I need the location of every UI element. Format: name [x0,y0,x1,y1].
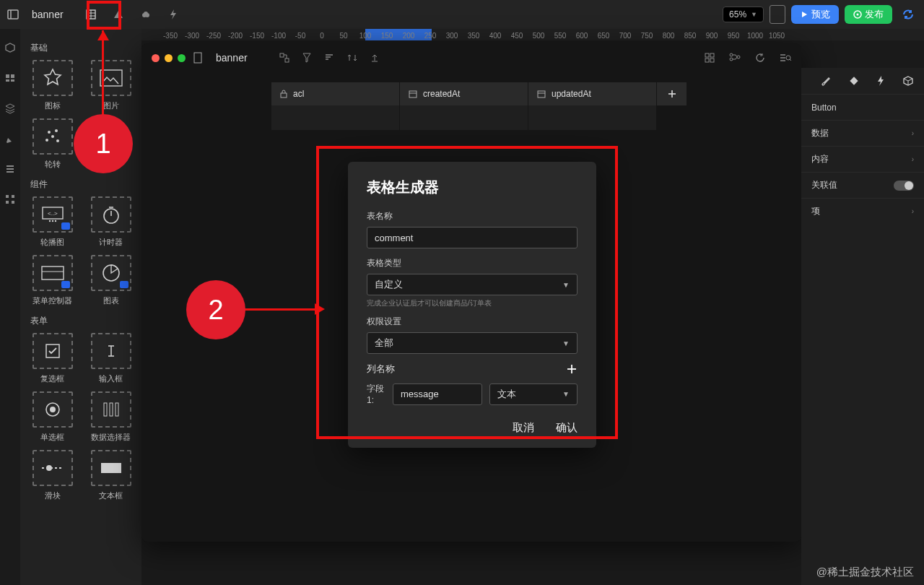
permission-select[interactable]: 全部▼ [367,332,578,354]
sort2-icon[interactable] [347,53,357,63]
card-timer[interactable]: 计时器 [86,196,136,248]
watermark: @稀土掘金技术社区 [816,566,914,579]
perm-label: 权限设置 [367,316,578,328]
svg-point-49 [46,465,52,471]
search-list-icon[interactable] [780,53,791,63]
card-rotation[interactable]: 轮转 [27,118,77,170]
diamond-icon[interactable] [849,76,859,86]
cloud-icon[interactable] [139,7,153,22]
insp-relation[interactable]: 关联值 [801,172,924,198]
box-icon[interactable] [902,75,914,87]
card-icon[interactable]: 图标 [27,60,77,111]
refresh-icon[interactable] [755,53,765,63]
type-label: 表格类型 [367,257,578,269]
section-basic: 基础 [30,42,136,54]
ruler: -350-300-250-200-150-100-500501001502002… [141,29,924,40]
svg-point-32 [54,220,56,222]
col-acl[interactable]: acl [271,82,400,105]
insp-item[interactable]: 项› [801,198,924,224]
svg-point-31 [51,220,53,222]
rail-stack-icon[interactable] [4,103,16,114]
confirm-button[interactable]: 确认 [556,421,578,435]
svg-rect-54 [280,53,284,57]
bolt-icon[interactable] [166,7,180,22]
upload-icon[interactable] [370,53,379,63]
svg-line-70 [790,59,791,61]
svg-rect-59 [705,53,709,57]
add-column-icon[interactable] [566,363,578,375]
sync-icon[interactable] [898,4,918,25]
rail-cube-icon[interactable] [4,42,16,53]
svg-point-23 [48,131,51,134]
window-controls[interactable] [152,54,186,62]
svg-rect-50 [101,463,121,473]
components-sidebar: 基础 图标 图片 轮转 组件 <..> 轮播图 计时器 菜单控制器 [20,29,141,585]
brush-icon[interactable] [820,75,832,87]
card-input[interactable]: 输入框 [86,333,136,384]
card-carousel[interactable]: <..> 轮播图 [27,196,77,248]
grid-view-icon[interactable] [705,53,715,63]
annotation-2: 2 [186,280,245,339]
svg-point-25 [45,139,48,142]
data-columns: acl createdAt updatedAt [271,82,787,162]
card-textbox[interactable]: 文本框 [86,450,136,501]
insp-content[interactable]: 内容› [801,146,924,172]
sidebar-toggle-icon[interactable] [6,7,20,22]
annotation-arrow-1 [102,30,104,116]
cancel-button[interactable]: 取消 [513,421,534,435]
page-name: banner [32,9,64,20]
toolbar-icons [84,7,180,22]
zoom-select[interactable]: 65% ▼ [723,6,764,22]
card-chart[interactable]: 图表 [86,255,136,306]
field-type-select[interactable]: 文本▼ [489,384,578,405]
device-frame-icon[interactable] [770,5,785,24]
filter-icon[interactable] [302,53,311,63]
svg-rect-53 [194,53,201,63]
svg-point-65 [737,56,740,58]
publish-button[interactable]: 发布 [845,5,892,24]
card-image[interactable]: 图片 [86,60,136,111]
card-data-selector[interactable]: 数据选择器 [86,391,136,443]
preview-button[interactable]: 预览 [791,5,839,24]
card-radio[interactable]: 单选框 [27,391,77,443]
data-table-icon[interactable] [84,7,98,22]
field-name-input[interactable]: message [393,384,482,405]
annotation-1: 1 [74,114,133,173]
svg-rect-47 [116,403,118,416]
cell[interactable] [400,105,528,130]
svg-rect-13 [6,79,9,82]
rail-pen-icon[interactable] [4,133,16,144]
rail-grid-icon[interactable] [4,194,16,205]
svg-point-8 [144,12,148,16]
insp-data[interactable]: 数据› [801,120,924,146]
col-add[interactable] [657,82,687,105]
relations-icon[interactable] [729,53,741,63]
table-name-input[interactable]: comment [367,227,578,248]
main-area: -350-300-250-200-150-100-500501001502002… [141,29,924,585]
inspector-panel: Button 数据› 内容› 关联值 项› [801,68,924,585]
bolt-small-icon[interactable] [876,75,885,87]
cell[interactable] [271,105,400,130]
top-bar: banner 65% ▼ 预览 发布 [0,0,924,29]
card-checkbox[interactable]: 复选框 [27,333,77,384]
col-updatedat[interactable]: updatedAt [528,82,657,105]
col-createdat[interactable]: createdAt [400,82,528,105]
svg-point-26 [56,139,59,142]
sort-icon[interactable] [324,53,334,63]
zoom-value: 65% [729,9,746,20]
table-type-select[interactable]: 自定义▼ [367,274,578,295]
svg-rect-61 [705,58,709,62]
rail-layers-icon[interactable] [4,72,16,84]
svg-rect-0 [8,10,18,19]
svg-rect-45 [104,403,107,416]
card-menu-controller[interactable]: 菜单控制器 [27,255,77,306]
svg-point-27 [51,135,54,138]
table-generator-dialog: 表格生成器 表名称 comment 表格类型 自定义▼ 完成企业认证后才可以创建… [348,162,596,448]
logo-icon[interactable] [111,7,126,22]
card-slider[interactable]: 滑块 [27,450,77,501]
cell[interactable] [528,105,657,130]
rail-list-icon[interactable] [4,163,16,175]
relation-toggle[interactable] [894,181,914,191]
tree-icon[interactable] [279,53,289,63]
svg-text:<..>: <..> [48,210,58,217]
